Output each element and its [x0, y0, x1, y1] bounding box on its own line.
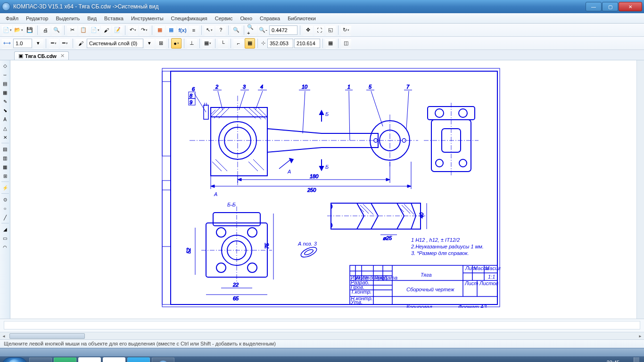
spec2-panel-icon[interactable]: ▥ — [1, 154, 9, 162]
print-button[interactable]: 🖨 — [40, 25, 50, 35]
zoom-in-button[interactable]: 🔍+ — [247, 25, 257, 35]
layer-drop[interactable]: ▾ — [144, 38, 155, 49]
scroll-right-icon[interactable]: ► — [636, 332, 644, 340]
copy-button[interactable]: 📋 — [78, 25, 89, 35]
svg-text:180: 180 — [310, 173, 319, 179]
rect-icon[interactable]: ▭ — [1, 234, 9, 242]
svg-text:Б-Б: Б-Б — [227, 202, 236, 207]
taskbar-explorer[interactable]: 📁 — [29, 357, 52, 362]
segment-icon[interactable]: ╱ — [1, 213, 9, 222]
layer-select[interactable] — [87, 39, 143, 48]
snap-global-button[interactable]: ▦ — [245, 38, 255, 49]
menu-window[interactable]: Окно — [236, 15, 256, 22]
windows-button[interactable]: ◫ — [341, 38, 351, 49]
layer-brush-button[interactable]: 🖌 — [75, 38, 86, 49]
linewidth-input[interactable] — [13, 39, 32, 48]
const-panel-icon[interactable]: ▦ — [1, 88, 9, 97]
layer-manage-button[interactable]: ⊞ — [156, 38, 166, 49]
help-button[interactable]: ？ — [215, 25, 226, 35]
edit-panel-icon[interactable]: ✎ — [1, 97, 9, 106]
taskbar-app1[interactable]: @ — [54, 357, 76, 362]
open-button[interactable]: 📂 — [13, 25, 24, 35]
horizontal-scrollbar[interactable]: ◄ ► — [0, 332, 644, 339]
start-button[interactable] — [2, 357, 27, 362]
reports-panel-icon[interactable]: ▦ — [1, 163, 9, 171]
cut-button[interactable]: ✂ — [67, 25, 77, 35]
zoom-out-button[interactable]: 🔍- — [258, 25, 268, 35]
redraw-button[interactable]: ↻ — [341, 25, 351, 35]
svg-text:А: А — [214, 191, 217, 197]
property-field[interactable] — [4, 321, 640, 329]
menu-insert[interactable]: Вставка — [100, 15, 127, 22]
lineend1-button[interactable]: ━ — [49, 38, 59, 49]
minimize-button[interactable]: — — [586, 2, 602, 11]
vars-button[interactable]: ≡ — [189, 25, 199, 35]
spec2-button[interactable]: ▦ — [166, 25, 176, 35]
zoom-fit-button[interactable]: ⛶ — [314, 25, 324, 35]
menu-tools[interactable]: Инструменты — [127, 15, 167, 22]
ortho-button[interactable]: ⊥ — [187, 38, 197, 49]
taskbar-skype[interactable]: S — [127, 357, 150, 362]
circle-icon[interactable]: ○ — [1, 204, 9, 213]
linewidth-drop[interactable]: ▾ — [33, 38, 43, 49]
close-button[interactable]: ✕ — [619, 2, 642, 11]
preview-button[interactable]: 🔍 — [51, 25, 62, 35]
local-cs-button[interactable]: └ — [218, 38, 228, 49]
arc-icon[interactable]: ◠ — [1, 243, 9, 251]
fx-button[interactable]: f(x) — [177, 25, 188, 35]
menu-libs[interactable]: Библиотеки — [284, 15, 320, 22]
zoom-window-button[interactable]: 🔍 — [231, 25, 241, 35]
properties-button[interactable]: 📝 — [112, 25, 123, 35]
param-panel-icon[interactable]: ⬊ — [1, 106, 9, 115]
coord-y-input[interactable] — [294, 39, 320, 48]
maximize-button[interactable]: ▢ — [602, 2, 618, 11]
point-icon[interactable]: ⊙ — [1, 195, 9, 204]
taskbar-kompas[interactable] — [152, 357, 174, 362]
menu-select[interactable]: Выделить — [52, 15, 83, 22]
switch-cs-button[interactable]: ▦ — [325, 38, 336, 49]
taskbar-yandex[interactable]: Y — [78, 357, 101, 362]
pan-button[interactable]: ✥ — [303, 25, 313, 35]
menu-file[interactable]: Файл — [2, 15, 22, 22]
format-painter-button[interactable]: 🖌 — [101, 25, 111, 35]
redo-button[interactable]: ↷ — [139, 25, 149, 35]
coord-x-input[interactable] — [267, 39, 293, 48]
menu-view[interactable]: Вид — [83, 15, 100, 22]
save-button[interactable]: 💾 — [25, 25, 35, 35]
vertical-scrollbar[interactable] — [636, 60, 644, 319]
doc-tab-close[interactable]: ✕ — [60, 53, 65, 59]
spec-panel-icon[interactable]: ▤ — [1, 145, 9, 153]
designation-panel-icon[interactable]: ▤ — [1, 79, 9, 88]
views-panel-icon[interactable]: ⊞ — [1, 172, 9, 180]
doc-tab-tyaga[interactable]: ▣ Тяга СБ.cdw ✕ — [14, 51, 69, 60]
menu-service[interactable]: Сервис — [211, 15, 237, 22]
show-desktop-button[interactable] — [634, 357, 639, 362]
measure-panel-icon[interactable]: △ — [1, 124, 9, 132]
dim-panel-icon[interactable]: ↔ — [1, 70, 9, 79]
spec-button[interactable]: ▦ — [155, 25, 165, 35]
menu-edit[interactable]: Редактор — [22, 15, 52, 22]
text-panel-icon[interactable]: A — [1, 115, 9, 123]
drawing-canvas[interactable]: ▴ — [10, 60, 644, 319]
tray-clock[interactable]: 22:45 10.11.2015 — [600, 360, 626, 362]
lineend2-button[interactable]: ━ — [60, 38, 70, 49]
zoom-input[interactable] — [269, 25, 297, 35]
menu-help[interactable]: Справка — [256, 15, 284, 22]
cursor-button[interactable]: ↖ — [204, 25, 215, 35]
tool1-icon[interactable]: ⚡ — [1, 183, 9, 192]
line-panel-icon[interactable]: ✕ — [1, 133, 9, 141]
taskbar-yandex2[interactable]: Я — [103, 357, 125, 362]
paste-button[interactable]: 📄 — [90, 25, 100, 35]
new-button[interactable]: 📄 — [2, 25, 12, 35]
snap-toggle[interactable]: ● — [171, 38, 182, 49]
undo-button[interactable]: ↶ — [128, 25, 138, 35]
scroll-thumb[interactable] — [9, 333, 85, 339]
zoom-prev-button[interactable]: ◱ — [325, 25, 336, 35]
grid-button[interactable]: ▦ — [202, 38, 213, 49]
scroll-left-icon[interactable]: ◄ — [0, 332, 8, 340]
round-button[interactable]: ⌐ — [233, 38, 244, 49]
menu-spec[interactable]: Спецификация — [167, 15, 211, 22]
aux-line-icon[interactable]: ◢ — [1, 225, 9, 233]
linestyle-button[interactable]: ⟷ — [2, 38, 12, 49]
geom-panel-icon[interactable]: ◇ — [1, 61, 9, 70]
